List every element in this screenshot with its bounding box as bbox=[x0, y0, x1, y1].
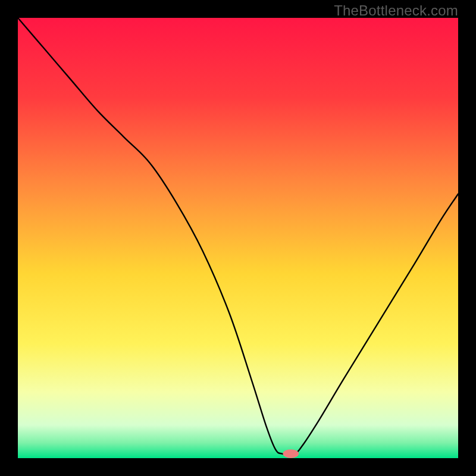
watermark-text: TheBottleneck.com bbox=[334, 2, 458, 19]
optimal-point-marker bbox=[283, 449, 299, 458]
chart-frame: TheBottleneck.com bbox=[0, 0, 476, 476]
chart-svg bbox=[18, 18, 458, 458]
plot-area bbox=[18, 18, 458, 458]
gradient-background bbox=[18, 18, 458, 458]
